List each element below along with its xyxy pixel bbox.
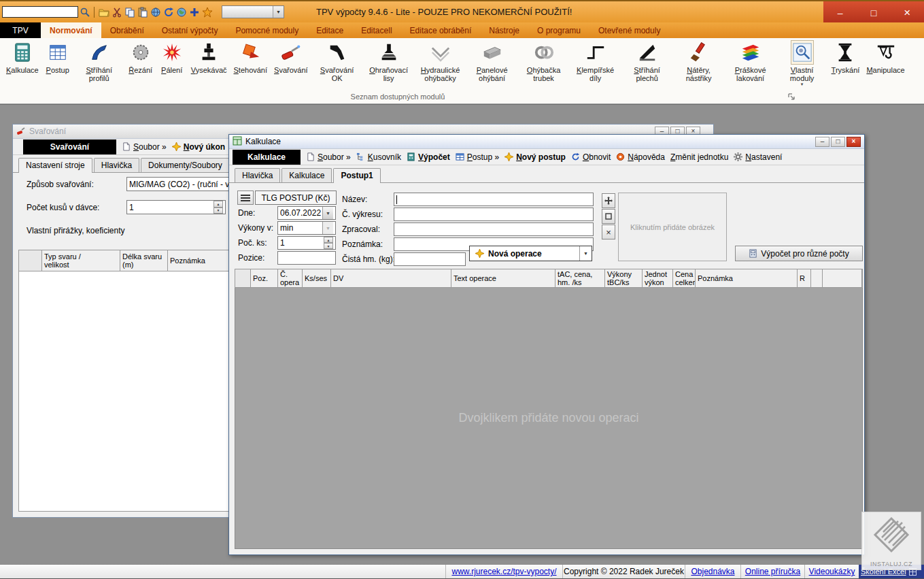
module-hydraulicke-ohybacky[interactable]: Hydraulické ohýbačky [415,40,466,82]
tab-normovani[interactable]: Normování [41,22,101,38]
tab-editacell[interactable]: Editacell [352,22,400,38]
copy-icon[interactable] [124,6,136,18]
tab-obrabeni[interactable]: Obrábění [101,22,153,38]
image-frame-button[interactable] [602,209,615,224]
web-icon[interactable] [175,6,188,18]
spinner-buttons[interactable]: ▲▼ [213,201,223,214]
tab-editace[interactable]: Editace [307,22,352,38]
tab-hlavicka[interactable]: Hlavička [94,158,139,172]
videoukazky-link[interactable]: Videoukázky [809,567,855,576]
add-icon[interactable] [188,6,201,18]
menu-napoveda[interactable]: Nápověda [616,152,665,162]
module-rezani[interactable]: Řezání [125,40,156,74]
kalkulace-titlebar[interactable]: Kalkulace – □ × [229,135,864,149]
tab-postup1[interactable]: Postup1 [333,168,380,183]
dne-date-combo[interactable]: 06.07.2022 ▼ [277,206,336,220]
objednavka-link[interactable]: Objednávka [691,567,734,576]
menu-novy-postup[interactable]: Nový postup [504,152,566,162]
tab-hlavicka[interactable]: Hlavička [235,168,280,182]
tab-tpv[interactable]: TPV [0,22,41,38]
chevron-down-icon[interactable]: ▼ [322,207,333,219]
menu-kusovnik[interactable]: Kusovník [356,152,401,162]
vypocet-pocty-button[interactable]: Výpočet pro různé počty [735,246,863,261]
c-vykresu-input[interactable] [394,208,594,221]
module-panelove-ohybani[interactable]: Panelové ohýbání [466,40,518,82]
favorite-star-icon[interactable] [201,6,213,18]
vykony-combo[interactable]: min ▼ [277,221,336,235]
menu-soubor[interactable]: Soubor » [122,142,167,152]
spinner-buttons[interactable]: ▲▼ [324,237,333,249]
tab-nastroje[interactable]: Nástroje [480,22,528,38]
close-button[interactable]: × [846,137,861,147]
tab-otevrene-moduly[interactable]: Otevřené moduly [589,22,669,38]
column-header-r[interactable]: R [798,269,811,287]
menu-burger-button[interactable] [237,191,254,205]
module-ohranovaci-lisy[interactable]: Ohraňovací lisy [363,40,415,82]
module-stehovani[interactable]: Stehování [230,40,271,74]
module-kalkulace[interactable]: Kalkulace [3,40,42,74]
module-tryskani[interactable]: Tryskání [828,40,863,74]
menu-svarovani[interactable]: Svařování [23,139,116,154]
column-header-jednot-vykon[interactable]: Jednot výkon [643,269,673,287]
quick-search-input[interactable] [2,6,78,18]
pozice-input[interactable] [277,251,336,265]
module-strihani-plechu[interactable]: Stříhání plechů [621,40,673,82]
tab-o-programu[interactable]: O programu [528,22,589,38]
pocet-kusu-stepper[interactable]: 1 ▲▼ [126,200,226,214]
module-manipulace[interactable]: Manipulace [863,40,908,74]
folder-open-icon[interactable] [98,6,110,18]
nazev-input[interactable] [394,193,594,206]
cut-icon[interactable] [111,6,123,18]
dialog-launcher-icon[interactable] [787,93,795,101]
menu-zmenit-jednotku[interactable]: Změnit jednotku [670,152,728,162]
quick-combo[interactable]: ▼ [222,5,284,18]
column-header-ks-ses[interactable]: Ks/ses [303,269,331,287]
refresh-icon[interactable] [162,6,175,18]
menu-obnovit[interactable]: Obnovit [571,152,611,162]
menu-kalkulace[interactable]: Kalkulace [233,150,301,165]
module-ohybacka-trubek[interactable]: Ohýbačka trubek [518,40,570,82]
menu-postup[interactable]: Postup » [456,152,499,162]
column-header-poz[interactable]: Poz. [251,269,278,287]
paste-icon[interactable] [137,6,149,18]
module-praskove-lakovani[interactable]: Práškové lakování [725,40,776,82]
module-postup[interactable]: Postup [42,40,73,74]
operations-table-body[interactable]: Dvojklikem přidáte novou operaci [235,288,863,549]
column-header-dv[interactable]: DV [331,269,451,287]
tab-kalkulace[interactable]: Kalkulace [281,168,332,182]
column-header-c-operace[interactable]: Č. opera [278,269,303,287]
image-remove-button[interactable]: × [602,225,615,239]
module-svarovani[interactable]: Svařování [271,40,311,74]
menu-vypocet[interactable]: Výpočet [407,152,450,162]
tab-pomocne-moduly[interactable]: Pomocné moduly [226,22,307,38]
search-icon[interactable] [79,6,91,18]
tab-editace-obrabeni[interactable]: Editace obrábění [401,22,481,38]
tab-nastaveni-stroje[interactable]: Nastavení stroje [18,158,92,173]
online-prirucka-link[interactable]: Online příručka [745,567,800,576]
maximize-button[interactable]: □ [862,1,885,24]
column-header-cena-celkem[interactable]: Cena celkem [673,269,696,287]
module-vysekavac[interactable]: Vysekávač [188,40,230,74]
menu-nastaveni[interactable]: Nastavení [734,152,782,162]
minimize-button[interactable]: – [815,137,829,147]
menu-soubor[interactable]: Soubor » [306,152,351,162]
module-svarovani-ok[interactable]: Svařování OK [311,40,363,82]
close-button[interactable]: × [895,1,919,24]
cista-hm-input[interactable] [394,252,466,266]
image-move-button[interactable] [602,193,615,208]
website-link[interactable]: www.rjurecek.cz/tpv-vypocty/ [451,567,556,576]
module-paleni[interactable]: Pálení [156,40,188,74]
nova-operace-button[interactable]: Nová operace ▼ [469,246,592,261]
column-header-tac-cena[interactable]: tAC, cena, hm. /ks [555,269,605,287]
maximize-button[interactable]: □ [831,137,845,147]
module-natery-nastriky[interactable]: Nátěry, nástřiky [673,40,725,82]
column-header-text-operace[interactable]: Text operace [451,269,555,287]
column-header-vykony[interactable]: Výkony tBC/ks [605,269,643,287]
module-klempirske-dily[interactable]: Klempířské díly [570,40,621,82]
menu-novy-ukon[interactable]: Nový úkon [172,142,225,152]
module-strihani-profilu[interactable]: Stříhání profilů [73,40,125,82]
image-drop-area[interactable]: Kliknutím přidáte obrázek [618,193,727,261]
column-header-poznamka[interactable]: Poznámka [696,269,798,287]
module-vlastni-moduly[interactable]: Vlastní moduly ▾ [776,40,828,86]
column-header[interactable]: Typ svaru / velikost [42,250,120,271]
